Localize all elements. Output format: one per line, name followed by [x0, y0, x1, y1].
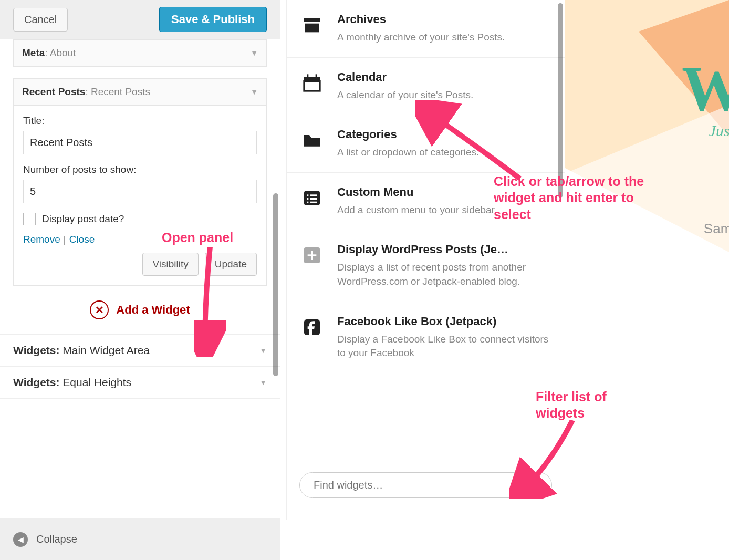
- list-icon: [299, 185, 325, 211]
- scrollbar[interactable]: [558, 3, 563, 198]
- chooser-desc: Display a Facebook Like Box to connect v…: [337, 333, 552, 360]
- chevron-down-icon: ▼: [259, 346, 267, 355]
- chooser-desc: Displays a list of recent posts from ano…: [337, 261, 552, 288]
- svg-rect-9: [310, 194, 317, 196]
- header-bar: Cancel Save & Publish: [0, 0, 280, 39]
- widget-list: Meta: About ▼ Recent Posts: Recent Posts…: [0, 39, 280, 334]
- widget-name: Meta: [22, 47, 45, 58]
- collapse-label: Collapse: [36, 533, 77, 545]
- svg-rect-3: [304, 81, 320, 90]
- folder-icon: [299, 128, 325, 153]
- num-posts-label: Number of posts to show:: [23, 164, 257, 175]
- num-posts-input[interactable]: [23, 180, 257, 203]
- annotation-open-panel: Open panel: [162, 230, 233, 246]
- section-equal-heights[interactable]: Widgets: Equal Heights ▼: [0, 367, 280, 399]
- widget-header-recent-posts[interactable]: Recent Posts: Recent Posts ▼: [13, 78, 267, 106]
- preview-tagline: Just: [709, 122, 729, 140]
- cancel-button[interactable]: Cancel: [13, 8, 68, 32]
- chooser-title: Archives: [337, 13, 552, 26]
- collapse-bar[interactable]: ◀ Collapse: [0, 518, 280, 560]
- scrollbar[interactable]: [273, 193, 278, 376]
- plus-icon: [299, 243, 325, 268]
- svg-rect-6: [316, 74, 317, 78]
- preview-logo: W: [682, 53, 729, 125]
- widget-body-recent-posts: Title: Number of posts to show: Display …: [13, 106, 267, 286]
- chooser-title: Facebook Like Box (Jetpack): [337, 315, 552, 328]
- svg-rect-5: [307, 74, 308, 78]
- add-widget-button[interactable]: ✕ Add a Widget: [13, 286, 267, 334]
- close-icon: ✕: [90, 300, 109, 319]
- svg-rect-2: [304, 77, 320, 80]
- arrow-icon: [194, 247, 226, 357]
- arrow-icon: [415, 100, 525, 184]
- svg-rect-13: [310, 201, 317, 203]
- widget-sub: Recent Posts: [91, 86, 150, 97]
- widget-sub: About: [50, 47, 76, 58]
- site-preview: W Just Sample: [565, 0, 729, 560]
- chevron-down-icon: ▼: [251, 49, 258, 57]
- chooser-item-display-posts[interactable]: Display WordPress Posts (Je… Displays a …: [287, 230, 565, 302]
- title-input[interactable]: [23, 131, 257, 154]
- chooser-item-facebook[interactable]: Facebook Like Box (Jetpack) Display a Fa…: [287, 302, 565, 373]
- chevron-down-icon: ▼: [251, 88, 258, 96]
- svg-rect-8: [307, 194, 308, 196]
- preview-sample: Sample: [704, 221, 729, 237]
- title-label: Title:: [23, 115, 257, 127]
- chevron-down-icon: ▼: [259, 378, 267, 387]
- calendar-icon: [299, 70, 325, 96]
- arrow-icon: [509, 420, 583, 499]
- widget-name: Recent Posts: [22, 86, 85, 97]
- save-publish-button[interactable]: Save & Publish: [159, 7, 267, 32]
- svg-rect-16: [308, 255, 317, 256]
- archives-icon: [299, 13, 325, 38]
- widget-header-meta[interactable]: Meta: About ▼: [13, 39, 267, 67]
- display-date-label: Display post date?: [42, 213, 124, 225]
- close-link[interactable]: Close: [69, 234, 95, 245]
- chooser-item-archives[interactable]: Archives A monthly archive of your site'…: [287, 0, 565, 58]
- add-widget-label: Add a Widget: [116, 303, 190, 317]
- visibility-button[interactable]: Visibility: [142, 253, 198, 276]
- svg-rect-12: [307, 201, 308, 203]
- annotation-filter: Filter list of widgets: [536, 389, 641, 422]
- chooser-title: Display WordPress Posts (Je…: [337, 243, 552, 256]
- section-main-widget-area[interactable]: Widgets: Main Widget Area ▼: [0, 334, 280, 367]
- remove-link[interactable]: Remove: [23, 234, 60, 245]
- display-date-checkbox[interactable]: [23, 213, 36, 225]
- svg-rect-10: [307, 198, 308, 200]
- svg-rect-1: [305, 24, 319, 33]
- svg-rect-11: [310, 198, 317, 200]
- collapse-icon: ◀: [13, 532, 28, 547]
- chooser-title: Calendar: [337, 70, 552, 84]
- customizer-panel: Cancel Save & Publish Meta: About ▼ Rece…: [0, 0, 280, 560]
- svg-rect-0: [304, 18, 320, 22]
- facebook-icon: [299, 315, 325, 340]
- chooser-desc: A monthly archive of your site's Posts.: [337, 30, 552, 45]
